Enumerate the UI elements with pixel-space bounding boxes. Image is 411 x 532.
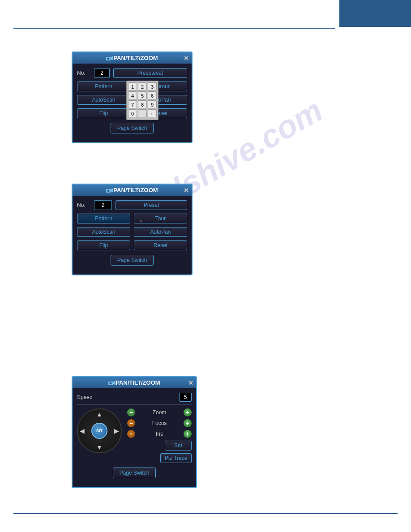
- speed-row: Speed: [77, 393, 192, 405]
- ptz-titlebar-2: PAN/TILT/ZOOM ✕: [73, 184, 192, 196]
- autoscan-button-1[interactable]: AutoScan: [77, 95, 130, 105]
- set-row: Set: [127, 441, 192, 450]
- page-switch-button-3[interactable]: Page Switch: [113, 468, 156, 478]
- reset-button-2[interactable]: Reset: [134, 240, 187, 250]
- numpad-key-9[interactable]: 9: [148, 100, 157, 108]
- iris-minus-button[interactable]: −: [127, 430, 135, 438]
- svg-point-5: [107, 189, 110, 192]
- numpad-key-space[interactable]: [138, 109, 147, 117]
- bottom-separator-line: [13, 513, 398, 514]
- focus-row: − Focus +: [127, 419, 192, 427]
- page-switch-button-1[interactable]: Page Switch: [111, 123, 154, 133]
- numpad-key-7[interactable]: 7: [128, 100, 137, 108]
- numpad-key-backspace[interactable]: ←: [148, 109, 157, 117]
- numpad-overlay: 1 2 3 4 5 6 7 8 9 0 ←: [126, 81, 158, 120]
- joystick-up-arrow: ▲: [96, 411, 103, 417]
- pattern-button-1[interactable]: Pattern: [77, 82, 130, 91]
- numpad-key-6[interactable]: 6: [148, 91, 157, 99]
- preset-button-2[interactable]: Preset: [116, 200, 187, 210]
- numpad-key-2[interactable]: 2: [138, 82, 147, 90]
- dialog2-close-button[interactable]: ✕: [184, 187, 189, 194]
- pattern-button-2[interactable]: Pattern: [77, 214, 130, 223]
- joystick-center-button[interactable]: SIT: [91, 423, 107, 439]
- svg-point-2: [107, 57, 110, 60]
- focus-plus-button[interactable]: +: [184, 419, 192, 427]
- numpad-key-3[interactable]: 3: [148, 82, 157, 90]
- dialog3-title: PAN/TILT/ZOOM: [116, 379, 160, 386]
- control-area: ▲ ▼ ◀ ▶ SIT − Zoom + −: [77, 408, 192, 463]
- flip-button-1[interactable]: Flip: [77, 108, 130, 118]
- iris-label: Iris: [138, 431, 181, 437]
- iris-row: − Iris +: [127, 430, 192, 438]
- speed-label: Speed: [77, 394, 93, 400]
- dialog2-title: PAN/TILT/ZOOM: [113, 187, 158, 193]
- set-button[interactable]: Set: [165, 441, 192, 450]
- ptz-titlebar-3: PAN/TILT/ZOOM ✕: [73, 377, 196, 388]
- joystick-down-arrow: ▼: [96, 444, 103, 450]
- no-label-2: No.: [77, 202, 90, 208]
- numpad-key-0[interactable]: 0: [128, 109, 137, 117]
- ptz-dialog-2: PAN/TILT/ZOOM ✕ No. Preset Pattern ↖ Tou…: [72, 184, 193, 275]
- svg-point-8: [110, 382, 112, 384]
- joystick[interactable]: ▲ ▼ ◀ ▶ SIT: [77, 408, 122, 453]
- speed-input[interactable]: [179, 393, 192, 402]
- numpad-key-4[interactable]: 4: [128, 91, 137, 99]
- zoom-label: Zoom: [138, 409, 181, 416]
- zfi-controls: − Zoom + − Focus + − Iris +: [127, 408, 192, 463]
- autoscan-button-2[interactable]: AutoScan: [77, 227, 130, 237]
- numpad-key-1[interactable]: 1: [128, 82, 137, 90]
- dialog3-close-button[interactable]: ✕: [188, 379, 193, 386]
- dialog1-title: PAN/TILT/ZOOM: [113, 55, 158, 61]
- focus-minus-button[interactable]: −: [127, 419, 135, 427]
- zoom-row: − Zoom +: [127, 408, 192, 416]
- top-right-decoration: [339, 0, 411, 27]
- camera-icon-1: [106, 56, 113, 61]
- numpad-key-5[interactable]: 5: [138, 91, 147, 99]
- joystick-right-arrow: ▶: [114, 428, 119, 434]
- joystick-left-arrow: ◀: [80, 428, 85, 434]
- dialog1-close-button[interactable]: ✕: [184, 55, 189, 62]
- ptz-trace-button[interactable]: Ptz Trace: [160, 453, 192, 463]
- camera-icon-3: [108, 380, 116, 386]
- page-switch-button-2[interactable]: Page Switch: [111, 255, 154, 266]
- ptz-trace-row: Ptz Trace: [127, 453, 192, 463]
- iris-plus-button[interactable]: +: [184, 430, 192, 438]
- focus-label: Focus: [138, 420, 181, 426]
- flip-button-2[interactable]: Flip: [77, 240, 130, 250]
- tour-button-2[interactable]: Tour: [134, 214, 187, 223]
- zoom-plus-button[interactable]: +: [184, 408, 192, 416]
- camera-icon-2: [106, 188, 113, 193]
- zoom-minus-button[interactable]: −: [127, 408, 135, 416]
- top-separator-line: [13, 28, 335, 29]
- autopan-button-2[interactable]: AutoPan: [134, 227, 187, 237]
- numpad-key-8[interactable]: 8: [138, 100, 147, 108]
- no-label-1: No.: [77, 70, 90, 76]
- ptz-dialog-3: PAN/TILT/ZOOM ✕ Speed ▲ ▼ ◀ ▶ SIT: [72, 376, 197, 488]
- ptz-dialog-1: PAN/TILT/ZOOM ✕ No. 1 2 3 4 5 6 7: [72, 51, 193, 143]
- ptz-titlebar-1: PAN/TILT/ZOOM ✕: [73, 52, 192, 64]
- preset-button-1[interactable]: Preseteset: [113, 68, 187, 78]
- no-input-1[interactable]: [94, 68, 110, 78]
- no-input-2[interactable]: [94, 200, 112, 210]
